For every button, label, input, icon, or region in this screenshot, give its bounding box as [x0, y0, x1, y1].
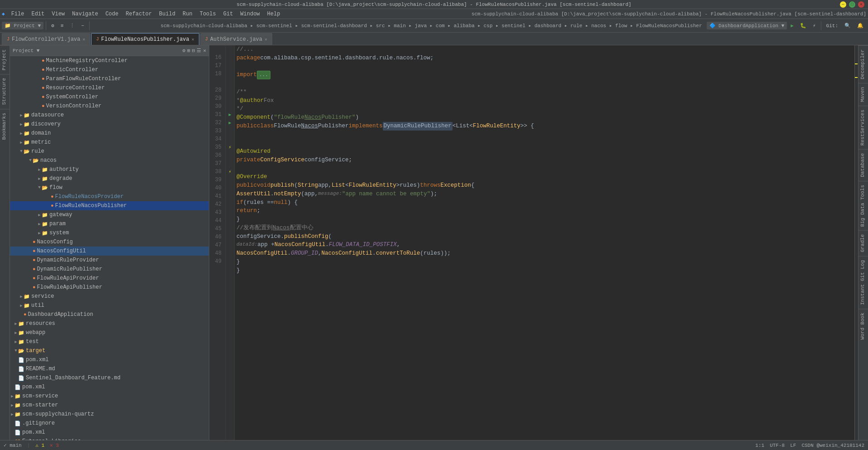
tree-item-nacos[interactable]: ▼ 📂 nacos — [10, 156, 209, 165]
gutter-run-icon-31[interactable]: ▶ — [228, 112, 231, 117]
tree-gear-icon[interactable]: ☰ — [197, 48, 201, 53]
tree-collapse-icon[interactable]: ⊟ — [192, 48, 195, 53]
tree-item-root-pom2[interactable]: 📄 pom.xml — [10, 428, 209, 437]
menu-build[interactable]: Build — [155, 9, 179, 19]
tree-close-icon[interactable]: ✕ — [203, 48, 206, 53]
minimize-button[interactable]: ─ — [840, 1, 846, 8]
git-button[interactable]: Git: — [824, 22, 841, 29]
menu-code[interactable]: Code — [102, 9, 122, 19]
tree-item-util[interactable]: ▶ 📁 util — [10, 301, 209, 310]
tree-item-versioncontroller[interactable]: ● VersionController — [10, 102, 209, 111]
search-button[interactable]: 🔍 — [842, 22, 854, 29]
menu-navigate[interactable]: Navigate — [68, 9, 102, 19]
tree-item-external-libraries[interactable]: ▶ 📁 External Libraries — [10, 437, 209, 440]
tree-item-flowrulenacospublisher[interactable]: ● FlowRuleNacosPublisher — [10, 201, 209, 210]
tree-item-scm-quartz[interactable]: ▶ 📁 scm-supplychain-quartz — [10, 410, 209, 419]
tab-flowcontrollerv1[interactable]: J FlowControllerV1.java ✕ — [2, 33, 90, 45]
tree-label: flow — [49, 184, 63, 191]
gutter-warn-icon-38[interactable]: ⚡ — [228, 169, 231, 174]
tree-item-flowruleapiprovider[interactable]: ● FlowRuleApiProvider — [10, 274, 209, 283]
tree-item-metriccontroller[interactable]: ● MetricController — [10, 65, 209, 74]
tree-item-degrade[interactable]: ▶ 📁 degrade — [10, 174, 209, 183]
tree-item-resourcecontroller[interactable]: ● ResourceController — [10, 83, 209, 92]
tree-item-pom-xml[interactable]: 📄 pom.xml — [10, 355, 209, 364]
vtab-wordbook[interactable]: Word Book — [858, 309, 868, 343]
tree-item-dynamicrulepublisher[interactable]: ● DynamicRulePublisher — [10, 265, 209, 274]
toolbar-more[interactable]: ⋮ — [67, 22, 77, 29]
tab-flowrulenacospublisher[interactable]: J FlowRuleNacosPublisher.java ✕ — [91, 33, 199, 45]
tree-item-rule[interactable]: ▼ 📂 rule — [10, 147, 209, 156]
side-tab-bookmarks[interactable]: Bookmarks — [0, 109, 10, 143]
tree-item-root-pom[interactable]: 📄 pom.xml — [10, 382, 209, 392]
tree-item-datasource[interactable]: ▶ 📁 datasource — [10, 111, 209, 120]
gutter-warn-icon-35[interactable]: ⚡ — [228, 145, 231, 150]
menu-edit[interactable]: Edit — [28, 9, 48, 19]
tree-item-scm-service[interactable]: ▶ 📁 scm-service — [10, 392, 209, 401]
window-controls[interactable]: ─ □ ✕ — [840, 1, 864, 8]
tree-item-service[interactable]: ▶ 📁 service — [10, 292, 209, 301]
tree-expand-icon[interactable]: ⊞ — [187, 48, 190, 53]
side-tab-structure[interactable]: Structure — [0, 74, 10, 108]
menu-git[interactable]: Git — [220, 9, 237, 19]
run-button[interactable]: ▶ — [788, 22, 796, 29]
fold-region[interactable]: ... — [257, 71, 270, 79]
tree-item-webapp[interactable]: ▶ 📁 webapp — [10, 328, 209, 337]
run-config-selector[interactable]: 🔷 DashboardApplication ▼ — [707, 22, 787, 29]
tree-item-flow[interactable]: ▼ 📂 flow — [10, 183, 209, 192]
tree-item-paramflowrulecontroller[interactable]: ● ParamFlowRuleController — [10, 74, 209, 83]
tree-settings-icon[interactable]: ⚙ — [183, 48, 186, 53]
tab-authservice[interactable]: J AuthService.java ✕ — [200, 33, 272, 45]
vtab-decompiler[interactable]: Decompiler — [858, 45, 868, 83]
tree-item-flowrulenacosprovider[interactable]: ● FlowRuleNacosProvider — [10, 192, 209, 201]
tree-item-metric[interactable]: ▶ 📁 metric — [10, 138, 209, 147]
tree-item-system[interactable]: ▶ 📁 system — [10, 228, 209, 237]
tree-item-dynamicruleprovider[interactable]: ● DynamicRuleProvider — [10, 256, 209, 265]
gutter-run-icon-32[interactable]: ▶ — [228, 120, 231, 126]
toolbar-settings[interactable]: ⚙ — [48, 22, 57, 29]
vtab-restservices[interactable]: RestServices — [858, 106, 868, 149]
coverage-button[interactable]: ⚡ — [810, 22, 819, 29]
tree-item-sentinel-feature[interactable]: 📄 Sentinel_Dashboard_Feature.md — [10, 373, 209, 382]
menu-file[interactable]: File — [8, 9, 28, 19]
restore-button[interactable]: □ — [849, 1, 855, 8]
code-body[interactable]: //... package com.alibaba.csp.sentinel.d… — [235, 45, 854, 440]
menu-run[interactable]: Run — [179, 9, 196, 19]
tab-close-2[interactable]: ✕ — [192, 37, 194, 42]
toolbar-align[interactable]: ≡ — [58, 22, 67, 29]
menu-refactor[interactable]: Refactor — [122, 9, 155, 19]
tree-item-authority[interactable]: ▶ 📁 authority — [10, 165, 209, 174]
tree-item-dashboardapplication[interactable]: ● DashboardApplication — [10, 310, 209, 319]
debug-button[interactable]: 🐛 — [797, 22, 809, 29]
tree-item-domain[interactable]: ▶ 📁 domain — [10, 129, 209, 138]
tree-item-gateway[interactable]: ▶ 📁 gateway — [10, 210, 209, 219]
tree-item-scm-starter[interactable]: ▶ 📁 scm-starter — [10, 401, 209, 410]
notifications-button[interactable]: 🔔 — [854, 22, 866, 29]
tree-item-resources[interactable]: ▶ 📁 resources — [10, 319, 209, 328]
tree-item-discovery[interactable]: ▶ 📁 discovery — [10, 120, 209, 129]
tree-item-target[interactable]: ▼ 📂 target — [10, 346, 209, 355]
tree-item-nacosconfigutil[interactable]: ● NacosConfigUtil — [10, 247, 209, 256]
tree-item-param[interactable]: ▶ 📁 param — [10, 219, 209, 228]
toolbar-minus[interactable]: − — [78, 22, 87, 29]
vtab-gitlog[interactable]: Instant Git Log — [858, 256, 868, 309]
project-selector[interactable]: 📁 Project ▼ — [2, 22, 43, 29]
vtab-gradle[interactable]: Gradle — [858, 230, 868, 256]
menu-help[interactable]: Help — [264, 9, 284, 19]
tab-close-1[interactable]: ✕ — [82, 37, 85, 42]
tree-item-flowruleapipublisher[interactable]: ● FlowRuleApiPublisher — [10, 283, 209, 292]
tree-item-gitignore[interactable]: 📄 .gitignore — [10, 419, 209, 428]
tree-item-systemcontroller[interactable]: ● SystemController — [10, 92, 209, 102]
menu-tools[interactable]: Tools — [196, 9, 220, 19]
side-tab-project[interactable]: Project — [0, 45, 10, 74]
close-button[interactable]: ✕ — [858, 1, 864, 8]
tree-item-test[interactable]: ▶ 📁 test — [10, 337, 209, 346]
vtab-maven[interactable]: Maven — [858, 83, 868, 106]
tree-item-readme[interactable]: 📄 README.md — [10, 364, 209, 373]
tree-item-machineregistrycontroller[interactable]: ● MachineRegistryController — [10, 56, 209, 65]
tree-item-nacosconfig[interactable]: ● NacosConfig — [10, 237, 209, 247]
menu-window[interactable]: Window — [236, 9, 263, 19]
vtab-bigdata[interactable]: Big Data Tools — [858, 181, 868, 230]
vtab-database[interactable]: Database — [858, 149, 868, 181]
tab-close-3[interactable]: ✕ — [265, 37, 267, 42]
menu-view[interactable]: View — [48, 9, 68, 19]
